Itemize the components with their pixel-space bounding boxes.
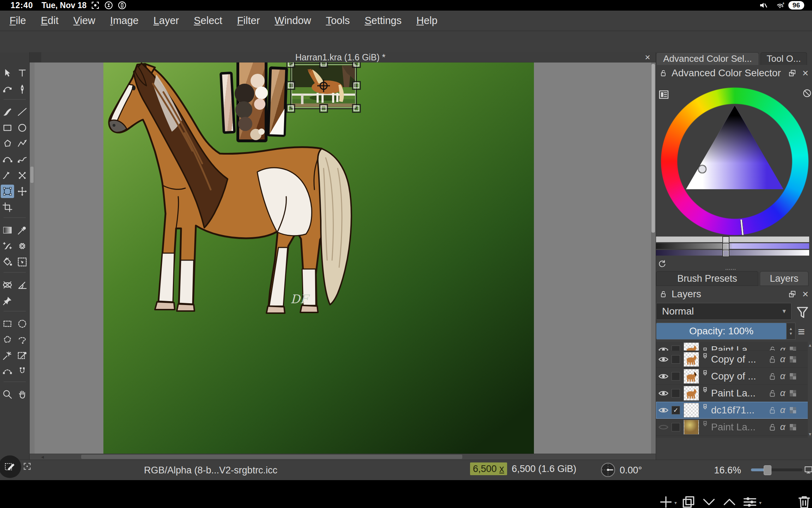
- menu-edit[interactable]: Edit: [34, 15, 66, 26]
- layer-checkbox[interactable]: [672, 389, 680, 398]
- select-shapes-tool-button[interactable]: [1, 66, 14, 80]
- canvas-horizontal-scrollbar[interactable]: ◄: [30, 454, 656, 460]
- freehand-select-tool-button[interactable]: [16, 333, 29, 346]
- zoom-slider-handle[interactable]: [764, 465, 771, 475]
- layer-opacity-spinner[interactable]: ▴▾: [786, 323, 795, 340]
- menu-image[interactable]: Image: [103, 15, 146, 26]
- layer-lock-icon[interactable]: [768, 355, 777, 364]
- fit-screen-icon[interactable]: [804, 465, 812, 474]
- canvas-vertical-scrollbar[interactable]: [651, 62, 656, 454]
- contiguous-select-tool-button[interactable]: [1, 349, 14, 362]
- canvas-area[interactable]: DF: [30, 62, 656, 454]
- freehand-brush-tool-button[interactable]: [1, 105, 14, 119]
- layer-inherit-alpha-icon[interactable]: [789, 406, 797, 414]
- layer-visibility-icon[interactable]: [658, 354, 669, 365]
- layer-row[interactable]: Copy of ... α: [656, 351, 812, 368]
- line-tool-button[interactable]: [16, 105, 29, 119]
- layer-inherit-alpha-icon[interactable]: [789, 346, 797, 351]
- layer-inherit-alpha-icon[interactable]: [789, 389, 797, 398]
- layer-checkbox[interactable]: [672, 346, 680, 351]
- rotation-dial-icon[interactable]: [600, 462, 616, 478]
- hscroll-handle[interactable]: [81, 455, 462, 459]
- move-layer-down-button[interactable]: [701, 494, 717, 508]
- color-sampler-tool-button[interactable]: [16, 223, 29, 237]
- layer-inherit-alpha-icon[interactable]: [789, 423, 797, 431]
- layer-row[interactable]: Paint La... α: [656, 419, 812, 436]
- menu-settings[interactable]: Settings: [357, 15, 409, 26]
- layer-alpha-lock-icon[interactable]: α: [777, 388, 789, 399]
- layer-inherit-alpha-icon[interactable]: [789, 355, 797, 364]
- docker-drag-handle[interactable]: ▪▪▪▪▪▪: [720, 268, 741, 270]
- layer-row[interactable]: ✓ dc16f71... α: [656, 402, 812, 419]
- tab-layers[interactable]: Layers: [760, 271, 808, 286]
- layer-inherit-alpha-icon[interactable]: [789, 372, 797, 381]
- color-slider-1[interactable]: [656, 237, 809, 242]
- bezier-select-tool-button[interactable]: [1, 365, 14, 378]
- document-tab[interactable]: Harran1.kra (1.6 GiB) * ×: [41, 52, 656, 62]
- layer-name[interactable]: dc16f71...: [711, 405, 768, 416]
- lock-layers-icon[interactable]: [659, 290, 667, 298]
- close-layers-icon[interactable]: ×: [802, 288, 808, 300]
- layer-checkbox[interactable]: ✓: [672, 406, 680, 414]
- delete-layer-button[interactable]: [796, 494, 812, 508]
- crop-tool-button[interactable]: [1, 201, 14, 214]
- zoom-slider[interactable]: [751, 468, 802, 471]
- layer-opacity-slider[interactable]: Opacity: 100%: [656, 323, 787, 340]
- tab-advanced-color-selector[interactable]: Advanced Color Sel...: [656, 52, 759, 65]
- assistants-tool-button[interactable]: [1, 278, 14, 292]
- menu-help[interactable]: Help: [409, 15, 445, 26]
- menu-tools[interactable]: Tools: [318, 15, 357, 26]
- similar-color-select-tool-button[interactable]: [16, 349, 29, 362]
- measure-tool-button[interactable]: [16, 278, 29, 292]
- layer-thumbnail[interactable]: [684, 352, 699, 367]
- duplicate-layer-button[interactable]: [681, 494, 696, 508]
- float-layers-icon[interactable]: [788, 290, 796, 298]
- move-layer-up-button[interactable]: [722, 494, 737, 508]
- menu-select[interactable]: Select: [186, 15, 230, 26]
- float-docker-icon[interactable]: [788, 69, 796, 77]
- layer-visibility-icon[interactable]: [658, 405, 669, 416]
- canvas-document[interactable]: DF: [103, 62, 534, 454]
- add-layer-arrow[interactable]: ▾: [674, 500, 677, 506]
- hsv-triangle[interactable]: [661, 87, 809, 235]
- reference-images-tool-button[interactable]: [1, 294, 14, 307]
- layer-alpha-lock-icon[interactable]: α: [777, 371, 789, 382]
- layer-checkbox[interactable]: [672, 423, 680, 431]
- canvas-left-scrollbar[interactable]: [30, 62, 35, 454]
- fill-tool-button[interactable]: [1, 255, 14, 269]
- tab-tool-options[interactable]: Tool O...: [760, 52, 807, 65]
- menu-file[interactable]: File: [2, 15, 34, 26]
- layer-thumbnail[interactable]: [684, 386, 699, 401]
- colorize-mask-tool-button[interactable]: [1, 239, 14, 253]
- layer-name[interactable]: Paint La...: [711, 388, 768, 399]
- move-tool-button[interactable]: [16, 185, 29, 198]
- layer-lock-icon[interactable]: [768, 406, 777, 415]
- layer-row[interactable]: Paint La... α: [656, 385, 812, 402]
- layer-filter-icon[interactable]: [795, 305, 810, 320]
- layer-name[interactable]: Copy of ...: [711, 371, 768, 382]
- rectangle-tool-button[interactable]: [1, 121, 14, 135]
- rectangular-select-tool-button[interactable]: [1, 317, 14, 330]
- scroll-left-arrow[interactable]: ◄: [40, 454, 45, 460]
- layer-lock-icon[interactable]: [768, 345, 777, 351]
- layer-thumbnail[interactable]: [684, 369, 699, 384]
- ellipse-tool-button[interactable]: [16, 121, 29, 135]
- layer-checkbox[interactable]: [672, 355, 680, 364]
- layer-visibility-icon[interactable]: [658, 345, 669, 351]
- bezier-curve-tool-button[interactable]: [1, 153, 14, 166]
- scroll-down-icon[interactable]: ▼: [808, 431, 812, 438]
- layer-properties-arrow[interactable]: ▾: [759, 500, 762, 506]
- tab-brush-presets[interactable]: Brush Presets: [656, 271, 758, 286]
- scroll-up-icon[interactable]: ▲: [808, 342, 812, 349]
- layer-blend-mode-dropdown[interactable]: Normal▼: [656, 303, 792, 320]
- layer-alpha-lock-icon[interactable]: α: [777, 354, 789, 365]
- layer-alpha-lock-icon[interactable]: α: [777, 422, 789, 432]
- layer-name[interactable]: Paint La...: [711, 422, 768, 433]
- zoom-tool-button[interactable]: [1, 388, 14, 401]
- layer-alpha-lock-icon[interactable]: α: [777, 344, 789, 351]
- rotation-value[interactable]: 0.00°: [620, 465, 642, 476]
- close-docker-icon[interactable]: ×: [802, 67, 808, 79]
- multibrush-tool-button[interactable]: [16, 169, 29, 182]
- add-layer-button[interactable]: [658, 494, 674, 508]
- layer-thumbnail[interactable]: [684, 403, 699, 418]
